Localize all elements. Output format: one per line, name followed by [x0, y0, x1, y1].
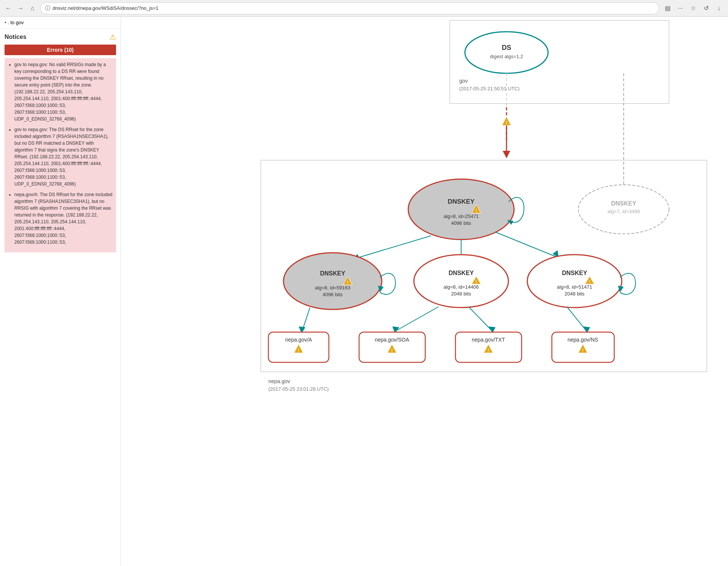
warning-excl-line: ! — [506, 121, 507, 125]
nepagov-zone-timestamp: (2017-05-25 23:01:28 UTC) — [268, 386, 329, 392]
rrset-A-excl: ! — [298, 348, 299, 353]
dnskey-51471-bits: 2048 bits — [565, 291, 585, 297]
address-bar[interactable]: ⓘ dnsviz.net/d/nepa.gov/WSdiSA/dnssec/?n… — [40, 2, 659, 14]
gov-zone-timestamp: (2017-05-25 21:50:51 UTC) — [459, 86, 520, 91]
nepagov-zone-label: nepa.gov — [268, 378, 290, 384]
rrset-NS-label: nepa.gov/NS — [568, 337, 598, 343]
browser-actions: ▤ ··· ☆ ↺ ↓ — [662, 3, 724, 14]
dnskey-14406-bits: 2048 bits — [451, 291, 471, 297]
dnskey-25471-detail: alg=8, id=25471 — [443, 213, 479, 219]
rrset-NS-excl: ! — [582, 348, 583, 353]
error-text-3: nepa.gov/A: The DS RRset for the zone in… — [14, 192, 112, 245]
bookmark-button[interactable]: ☆ — [688, 3, 699, 14]
warning-icon: ⚠ — [109, 32, 116, 42]
dnskey-51471-label: DNSKEY — [562, 270, 587, 276]
dnskey-25471-bits: 4096 bits — [451, 220, 471, 226]
content-wrapper: • . to gov Notices ⚠ Errors (10) gov to … — [0, 17, 728, 566]
rrset-SOA-excl: ! — [391, 348, 392, 353]
dnskey-59163-node — [283, 253, 382, 309]
dnskey-25471-label: DNSKEY — [448, 198, 475, 205]
gov-zone-label: gov — [459, 78, 468, 84]
dnskey-14406-node — [414, 255, 508, 308]
error-text-1: gov to nepa.gov: No valid RRSIGs made by… — [14, 62, 106, 122]
sidebar: • . to gov Notices ⚠ Errors (10) gov to … — [0, 17, 121, 566]
dnskey-3489-detail: alg=7, id=3489 — [607, 209, 640, 214]
browser-toolbar: ← → ⌂ ⓘ dnsviz.net/d/nepa.gov/WSdiSA/dns… — [0, 0, 728, 17]
dnskey-14406-excl: ! — [476, 280, 477, 284]
ds-label: DS — [502, 44, 511, 51]
dnskey-25471-node — [408, 179, 514, 240]
back-button[interactable]: ← — [4, 4, 13, 13]
error-text-2: gov to nepa.gov: The DS RRset for the zo… — [14, 127, 108, 187]
top-link-text: . to gov — [8, 20, 24, 25]
error-item-3: nepa.gov/A: The DS RRset for the zone in… — [14, 191, 113, 246]
rrset-SOA-label: nepa.gov/SOA — [375, 337, 409, 343]
dnskey-51471-excl: ! — [589, 280, 590, 284]
reader-button[interactable]: ▤ — [662, 3, 673, 14]
rrset-A-label: nepa.gov/A — [285, 337, 312, 343]
dnskey-14406-detail: alg=8, id=14406 — [443, 284, 479, 290]
ds-digest: digest algs=1,2 — [490, 54, 523, 59]
notices-header: Notices ⚠ — [5, 32, 116, 42]
url-text: dnsviz.net/d/nepa.gov/WSdiSA/dnssec/?no_… — [53, 5, 654, 11]
home-button[interactable]: ⌂ — [28, 4, 37, 13]
rrset-TXT-label: nepa.gov/TXT — [472, 337, 505, 343]
notices-title: Notices — [5, 34, 26, 40]
dnskey-59163-detail: alg=8, id=59163 — [315, 285, 350, 291]
download-button[interactable]: ↓ — [714, 3, 724, 14]
error-item-2: gov to nepa.gov: The DS RRset for the zo… — [14, 126, 113, 187]
error-list: gov to nepa.gov: No valid RRSIGs made by… — [5, 58, 116, 252]
error-item-1: gov to nepa.gov: No valid RRSIGs made by… — [14, 61, 113, 122]
rrset-TXT-excl: ! — [488, 348, 489, 353]
dnskey-51471-node — [527, 255, 622, 308]
dnskey-25471-excl: ! — [476, 209, 477, 213]
dnskey-14406-label: DNSKEY — [449, 270, 474, 276]
diagram-area: DS digest algs=1,2 gov (2017-05-25 21:50… — [121, 17, 728, 566]
dnskey-59163-bits: 4096 bits — [323, 292, 343, 297]
secure-icon: ⓘ — [45, 5, 50, 12]
sidebar-top-link[interactable]: • . to gov — [0, 17, 121, 29]
diagram-svg: DS digest algs=1,2 gov (2017-05-25 21:50… — [121, 17, 718, 564]
red-arrow-head — [503, 151, 510, 158]
errors-bar: Errors (10) — [5, 45, 116, 55]
dnskey-3489-label: DNSKEY — [611, 200, 637, 207]
ds-node — [465, 32, 548, 73]
menu-button[interactable]: ··· — [675, 3, 686, 14]
dnskey-59163-excl: ! — [347, 280, 348, 285]
dnskey-59163-label: DNSKEY — [320, 270, 345, 277]
forward-button[interactable]: → — [16, 4, 25, 13]
notices-section: Notices ⚠ Errors (10) gov to nepa.gov: N… — [0, 29, 121, 252]
errors-count: Errors (10) — [47, 47, 74, 53]
bullet-dot: • — [5, 20, 6, 25]
refresh-button[interactable]: ↺ — [701, 3, 711, 14]
dnskey-51471-detail: alg=8, id=51471 — [557, 284, 592, 290]
